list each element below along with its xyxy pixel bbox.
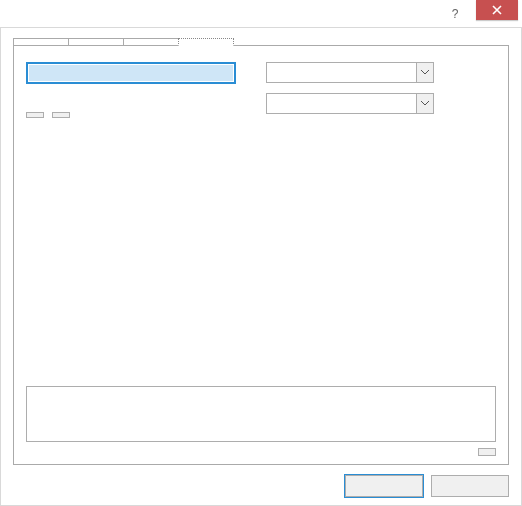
no-color-button[interactable] [26, 62, 236, 84]
clear-button[interactable] [478, 448, 496, 456]
chevron-down-icon [416, 94, 433, 113]
more-colors-button[interactable] [52, 112, 70, 118]
chevron-down-icon [416, 63, 433, 82]
dialog-body [0, 28, 522, 506]
ok-button[interactable] [345, 475, 423, 497]
sample-preview [26, 386, 496, 442]
fill-effects-button[interactable] [26, 112, 44, 118]
pattern-style-dropdown[interactable] [266, 93, 434, 114]
tab-fill[interactable] [178, 38, 234, 46]
close-icon [492, 5, 502, 15]
cancel-button[interactable] [431, 475, 509, 497]
close-button[interactable] [476, 0, 518, 20]
dialog-footer [1, 475, 521, 497]
help-button[interactable]: ? [434, 4, 476, 24]
pattern-color-dropdown[interactable] [266, 62, 434, 83]
fill-panel [13, 45, 509, 465]
titlebar: ? [0, 0, 522, 28]
